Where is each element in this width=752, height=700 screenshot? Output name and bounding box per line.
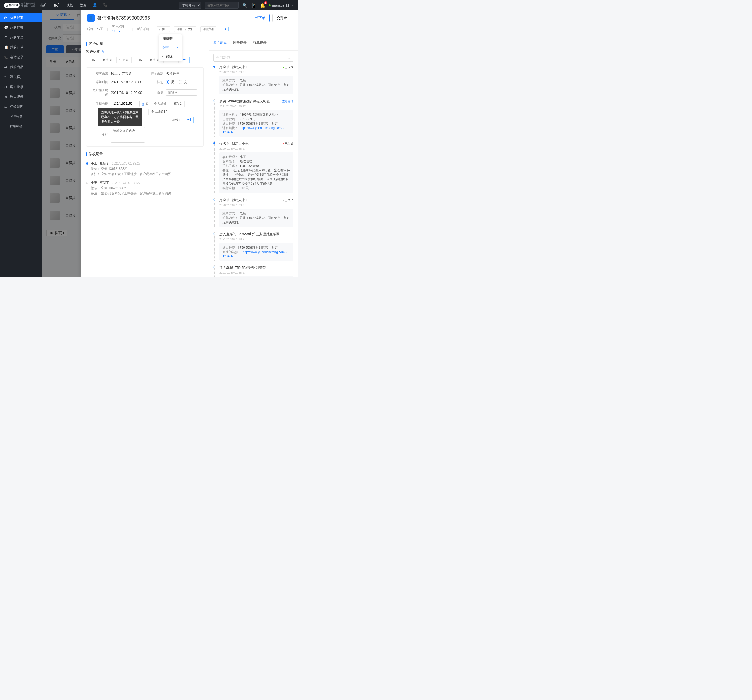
activity-item: 加入群聊759-59班理财训练营2021/01/30 01:38:27入群方式：… — [214, 265, 294, 277]
sidebar-item-students[interactable]: ⚗我的学员 — [0, 33, 42, 42]
dropdown-option-selected[interactable]: 张三✓ — [159, 44, 182, 52]
source-label: 获客来源 — [90, 72, 108, 76]
activity-dot — [213, 199, 215, 201]
view-detail-link[interactable]: 查看详情 — [282, 100, 294, 103]
bell-icon[interactable]: 🔔5 — [260, 3, 265, 8]
timeline-dot — [86, 182, 88, 184]
dropdown-option[interactable]: 俱保咏 — [159, 52, 182, 61]
mod-log-item: 小王更新了2021/01/30 01:38:27微信： 空值-136721828… — [86, 161, 204, 176]
nav-promote[interactable]: 推广 — [40, 3, 47, 8]
wechat-input[interactable] — [166, 89, 197, 96]
activity-item: 购买4399理财课进阶课程大礼包查看详情2021/01/30 01:38:27课… — [214, 99, 294, 137]
nav-qc[interactable]: 质检 — [67, 3, 73, 8]
sidebar-item-groups[interactable]: 💬我的群聊 — [0, 22, 42, 33]
gender-male-radio[interactable]: 男 — [166, 80, 174, 84]
customer-tag[interactable]: 高意向 — [100, 57, 115, 63]
status-dot — [269, 5, 270, 6]
deposit-button[interactable]: 交定金 — [272, 14, 291, 22]
chevron-down-icon: ⌄ — [288, 56, 291, 60]
check-icon: ✓ — [176, 46, 179, 50]
sidebar: ◔我的好友 💬我的群聊 ⚗我的学员 📋我的订单 📞电话记录 🛍我的商品 ⤴流失客… — [0, 11, 42, 277]
last-chat-value: 2021/09/10 12:00:00 — [111, 91, 142, 95]
activity-item: 报名单创建人小王已失败2020/01/30 01:38:27客户经理：小王客户姓… — [214, 141, 294, 193]
gender-female-radio[interactable]: 女 — [179, 80, 187, 84]
sidebar-item-products[interactable]: 🛍我的商品 — [0, 62, 42, 72]
tab-chat[interactable]: 聊天记录 — [233, 40, 247, 47]
activity-item: 定金单创建人小王已取消2020/01/30 01:38:27跟单方式：电话跟单内… — [214, 198, 294, 227]
section-mod-log: 修改记录 — [86, 152, 204, 156]
sidebar-sub-customer-tags[interactable]: 客户标签 — [0, 112, 42, 121]
logo-name: 云朵CRM — [4, 3, 20, 8]
search-input[interactable] — [205, 2, 239, 9]
search-icon[interactable]: 🔍 — [242, 3, 247, 8]
group-chip[interactable]: 群聊三 — [157, 26, 170, 32]
search-type-select[interactable]: 手机号码 — [179, 2, 201, 9]
last-chat-label: 最近聊天时间 — [90, 88, 108, 97]
inherit-icon: ↻ — [4, 85, 8, 89]
sidebar-item-lost[interactable]: ⤴流失客户 — [0, 72, 42, 82]
dropdown-option[interactable]: 师馨薇 — [159, 34, 182, 44]
activity-dot — [213, 65, 215, 68]
remark-textarea[interactable] — [111, 127, 145, 143]
edit-tags-icon[interactable]: ✎ — [102, 50, 104, 54]
friend-source-value: 名片分享 — [166, 71, 179, 76]
personal-tag[interactable]: 标签1 — [169, 117, 183, 123]
sidebar-sub-group-tags[interactable]: 群聊标签 — [0, 121, 42, 131]
activity-filter-select[interactable]: 全部动态⌄ — [213, 54, 294, 62]
tab-activity[interactable]: 客户动态 — [213, 40, 227, 47]
orders-icon: 📋 — [4, 45, 8, 49]
personal-tag[interactable]: 个人标签12 — [148, 109, 170, 115]
logo: 云朵CRM 教育机构一站式服务云平台 — [4, 3, 35, 8]
sidebar-item-orders[interactable]: 📋我的订单 — [0, 42, 42, 52]
grid-icon[interactable]: ▦ — [141, 102, 144, 106]
sidebar-item-inherit[interactable]: ↻客户继承 — [0, 82, 42, 92]
phone-label: 手机号码 — [90, 102, 108, 106]
activity-dot — [213, 142, 215, 144]
activity-dot — [213, 233, 215, 235]
phone-icon[interactable]: 📞 — [103, 3, 107, 8]
customer-tag[interactable]: 一般 — [86, 57, 98, 63]
user-menu[interactable]: manager11▼ — [269, 3, 294, 7]
order-button[interactable]: 代下单 — [251, 14, 270, 22]
topbar: 云朵CRM 教育机构一站式服务云平台 推广 客户 质检 数据 👤 📞 手机号码 … — [0, 0, 298, 11]
customer-tag[interactable]: 中意向 — [117, 57, 132, 63]
sidebar-item-friends[interactable]: ◔我的好友 — [0, 12, 42, 22]
remark-label: 备注 — [90, 133, 108, 137]
tab-orders[interactable]: 订单记录 — [253, 40, 267, 47]
activity-item: 进入直播间759-59班第三期理财直播课2021/01/30 01:38:27通… — [214, 232, 294, 261]
source-value: 线上-北京昱新 — [111, 71, 132, 76]
wechat-label: 微信 — [145, 90, 163, 95]
mobile-icon[interactable]: 📱 — [251, 3, 256, 8]
customer-tag[interactable]: 一般 — [133, 57, 145, 63]
sidebar-item-tags[interactable]: 🏷标签管理˄ — [0, 102, 42, 112]
activity-dot — [213, 100, 215, 102]
group-chip[interactable]: 群聊六群 — [200, 26, 216, 32]
notif-badge: 5 — [264, 1, 267, 4]
customer-avatar-icon: 👤 — [87, 14, 95, 22]
copy-icon[interactable]: ⧉ — [146, 102, 148, 106]
activity-item: 定金单创建人小王已完成2020/01/30 01:38:27跟单方式：电话跟单内… — [214, 65, 294, 94]
lost-icon: ⤴ — [4, 75, 8, 79]
phone-duplicate-tooltip: 查询到此手机号码在系统中已存在，可以将两条客户数据合并为一条 — [98, 108, 142, 126]
activity-status: 已完成 — [283, 65, 294, 69]
personal-tag-more[interactable]: +4 — [185, 117, 194, 123]
group-chip[interactable]: 群聊一群大群 — [174, 26, 196, 32]
personal-tag[interactable]: 标签1 — [171, 101, 185, 107]
chevron-up-icon: ˄ — [36, 106, 37, 108]
activity-dot — [213, 266, 215, 268]
timeline-dot — [86, 162, 88, 165]
nav-data[interactable]: 数据 — [80, 3, 86, 8]
phone-input[interactable] — [111, 101, 140, 107]
groups-icon: 💬 — [4, 26, 8, 29]
sidebar-item-calls[interactable]: 📞电话记录 — [0, 52, 42, 62]
manager-dropdown-menu: 师馨薇 张三✓ 俱保咏 — [159, 34, 182, 61]
manager-dropdown[interactable]: 张三 ▴ — [112, 29, 128, 33]
user-icon[interactable]: 👤 — [93, 3, 97, 8]
sidebar-item-delete[interactable]: 🗑删人记录 — [0, 92, 42, 102]
add-time-value: 2021/09/10 12:00:00 — [111, 80, 142, 84]
group-more-chip[interactable]: +4 — [221, 26, 229, 31]
customer-drawer: 👤 微信名称6789990000966 代下单 交定金 昵称：小王 | 客户经理… — [81, 11, 298, 277]
top-nav: 推广 客户 质检 数据 👤 📞 — [40, 3, 107, 8]
personal-tags-label: 个人标签 — [148, 102, 166, 106]
nav-customer[interactable]: 客户 — [54, 3, 60, 8]
